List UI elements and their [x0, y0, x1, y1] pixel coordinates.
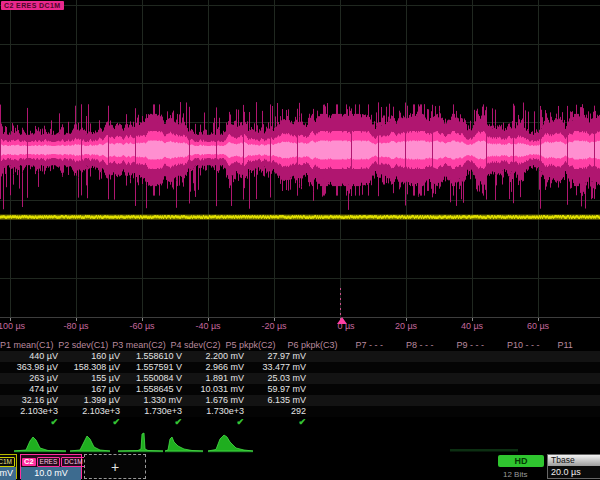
p2-histicon [70, 436, 110, 451]
measure-cell: 1.891 mV [186, 373, 248, 384]
measure-cell: 167 µV [62, 384, 124, 395]
c2-channel-badge: C2 [22, 458, 36, 466]
measure-cell: 1.550084 V [124, 373, 186, 384]
measure-header-p3[interactable]: P3 mean(C2) [112, 340, 170, 351]
measure-cell: 27.97 mV [248, 351, 310, 362]
c1-vertical-scale: 10.0 mV [0, 467, 16, 480]
measure-cell: 1.557591 V [124, 362, 186, 373]
measure-row-status: ✔ ✔ ✔ ✔ ✔ [0, 417, 600, 428]
p1-histicon [14, 437, 66, 451]
measure-cell: 32.16 µV [0, 395, 62, 406]
measure-cell: 474 µV [0, 384, 62, 395]
measurement-table: P1 mean(C1) P2 sdev(C1) P3 mean(C2) P4 s… [0, 340, 600, 428]
measure-cell: 160 µV [62, 351, 124, 362]
measure-cell: 59.97 mV [248, 384, 310, 395]
measure-cell: 2.966 mV [186, 362, 248, 373]
status-check-icon: ✔ [124, 417, 186, 428]
measure-cell: 6.135 mV [248, 395, 310, 406]
measure-header-p11[interactable]: P11 [550, 340, 600, 351]
axis-label: -80 µs [63, 321, 88, 331]
measure-cell: 1.558645 V [124, 384, 186, 395]
status-check-icon: ✔ [62, 417, 124, 428]
c2-eres-badge: ERES [37, 457, 61, 467]
trigger-position-marker[interactable] [337, 317, 347, 324]
measure-row-max: 474 µV 167 µV 1.558645 V 10.031 mV 59.97… [0, 384, 600, 395]
waveform-grid: C2 ERES DC1M [0, 0, 600, 317]
measure-cell: 155 µV [62, 373, 124, 384]
c1-coupling-badge: DC1M [0, 457, 15, 467]
axis-label: 60 µs [527, 321, 549, 331]
status-check-icon: ✔ [0, 417, 62, 428]
measure-cell: 2.103e+3 [62, 406, 124, 417]
histicon-graphics [0, 430, 600, 453]
measure-row-num: 2.103e+3 2.103e+3 1.730e+3 1.730e+3 292 [0, 406, 600, 417]
c2-vertical-scale: 10.0 mV [21, 467, 81, 480]
measure-header-p8[interactable]: P8 - - - [398, 340, 449, 351]
waveform-canvas [0, 0, 600, 317]
measure-cell: 33.477 mV [248, 362, 310, 373]
measure-cell: 2.200 mV [186, 351, 248, 362]
p4-histicon [165, 437, 203, 451]
measure-cell: 2.103e+3 [0, 406, 62, 417]
add-trace-button[interactable]: + [84, 454, 146, 479]
axis-label: 40 µs [461, 321, 483, 331]
measure-row-mean: 363.98 µV 158.308 µV 1.557591 V 2.966 mV… [0, 362, 600, 373]
measure-cell: 1.730e+3 [186, 406, 248, 417]
resolution-bits-label: 12 Bits [503, 470, 527, 479]
axis-label: -20 µs [261, 321, 286, 331]
measure-cell: 158.308 µV [62, 362, 124, 373]
time-axis: -100 µs -80 µs -60 µs -40 µs -20 µs 0 µs… [0, 317, 600, 335]
measure-cell: 363.98 µV [0, 362, 62, 373]
measure-header-p1[interactable]: P1 mean(C1) [0, 340, 58, 351]
timebase-scale: 20.0 µs [548, 466, 600, 479]
measure-header-p4[interactable]: P4 sdev(C2) [170, 340, 225, 351]
measure-cell: 1.399 µV [62, 395, 124, 406]
measure-cell: 1.676 mV [186, 395, 248, 406]
histicon-strip [0, 430, 600, 453]
channel-c1-descriptor[interactable]: DC1M 10.0 mV [0, 454, 17, 479]
measure-header-p5[interactable]: P5 pkpk(C2) [225, 340, 280, 351]
oscilloscope-screen: C2 ERES DC1M -100 µs -80 µs -60 µs -40 µ… [0, 0, 600, 480]
timebase-title: Tbase [548, 455, 600, 466]
channel-c2-descriptor[interactable]: C2 ERES DC1M 10.0 mV [20, 454, 82, 479]
c2-coupling-badge: DC1M [61, 457, 85, 467]
measure-cell: 1.330 mV [124, 395, 186, 406]
p3-histicon [118, 433, 163, 451]
measure-header-p6[interactable]: P6 pkpk(C3) [279, 340, 347, 351]
measure-row-value: 440 µV 160 µV 1.558610 V 2.200 mV 27.97 … [0, 351, 600, 362]
measure-cell: 1.730e+3 [124, 406, 186, 417]
measure-header-row: P1 mean(C1) P2 sdev(C1) P3 mean(C2) P4 s… [0, 340, 600, 351]
measure-cell: 10.031 mV [186, 384, 248, 395]
measure-header-p2[interactable]: P2 sdev(C1) [58, 340, 113, 351]
descriptor-bar: DC1M 10.0 mV C2 ERES DC1M 10.0 mV + HD 1… [0, 453, 600, 480]
measure-cell: 440 µV [0, 351, 62, 362]
p5-histicon [208, 435, 253, 451]
axis-label: -40 µs [195, 321, 220, 331]
measure-header-p10[interactable]: P10 - - - [499, 340, 550, 351]
measure-row-sdev: 32.16 µV 1.399 µV 1.330 mV 1.676 mV 6.13… [0, 395, 600, 406]
measure-cell: 25.03 mV [248, 373, 310, 384]
measure-row-min: 263 µV 155 µV 1.550084 V 1.891 mV 25.03 … [0, 373, 600, 384]
measure-cell: 292 [248, 406, 310, 417]
measure-header-p9[interactable]: P9 - - - [448, 340, 499, 351]
status-check-icon: ✔ [186, 417, 248, 428]
axis-label: 20 µs [395, 321, 417, 331]
axis-label: -60 µs [129, 321, 154, 331]
trace-info-label: C2 ERES DC1M [1, 1, 64, 10]
status-check-icon: ✔ [248, 417, 310, 428]
measure-cell: 263 µV [0, 373, 62, 384]
timebase-descriptor[interactable]: Tbase 20.0 µs [547, 454, 600, 479]
hd-mode-badge[interactable]: HD [498, 455, 544, 467]
measure-header-p7[interactable]: P7 - - - [347, 340, 398, 351]
axis-label: -100 µs [0, 321, 25, 331]
measure-cell: 1.558610 V [124, 351, 186, 362]
